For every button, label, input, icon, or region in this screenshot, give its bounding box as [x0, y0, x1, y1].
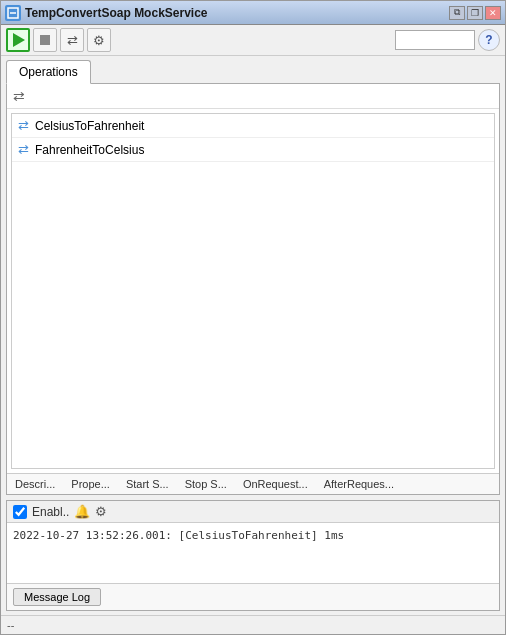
- log-enable-label: Enabl..: [32, 505, 69, 519]
- help-icon: ?: [485, 33, 492, 47]
- fahrenheit-op-icon: ⇄: [18, 142, 29, 157]
- settings-button[interactable]: ⚙: [87, 28, 111, 52]
- refresh-icon: ⇄: [67, 33, 78, 48]
- log-content: 2022-10-27 13:52:26.001: [CelsiusToFahre…: [7, 523, 499, 583]
- close-button[interactable]: ✕: [485, 6, 501, 20]
- tab-onrequest[interactable]: OnRequest...: [239, 476, 312, 492]
- play-button[interactable]: [6, 28, 30, 52]
- status-bar: --: [1, 615, 505, 634]
- celsius-op-label: CelsiusToFahrenheit: [35, 119, 144, 133]
- log-actions: Message Log: [7, 583, 499, 610]
- celsius-op-icon: ⇄: [18, 118, 29, 133]
- operations-list: ⇄ CelsiusToFahrenheit ⇄ FahrenheitToCels…: [11, 113, 495, 469]
- tab-operations[interactable]: Operations: [6, 60, 91, 84]
- search-input[interactable]: [395, 30, 475, 50]
- message-log-button[interactable]: Message Log: [13, 588, 101, 606]
- operations-header: ⇄: [7, 84, 499, 109]
- minimize-button[interactable]: ⧉: [449, 6, 465, 20]
- log-settings-icon[interactable]: ⚙: [95, 504, 107, 519]
- log-header: Enabl.. 🔔 ⚙: [7, 501, 499, 523]
- status-text: --: [7, 619, 14, 631]
- play-icon: [13, 33, 25, 47]
- bottom-tabs: Descri... Prope... Start S... Stop S... …: [7, 473, 499, 494]
- operations-refresh-icon[interactable]: ⇄: [13, 88, 25, 104]
- log-alert-icon[interactable]: 🔔: [74, 504, 90, 519]
- gear-icon: ⚙: [93, 33, 105, 48]
- stop-icon: [40, 35, 50, 45]
- tab-stop-s[interactable]: Stop S...: [181, 476, 231, 492]
- window-controls: ⧉ ❐ ✕: [449, 6, 501, 20]
- tab-afterrequest[interactable]: AfterReques...: [320, 476, 398, 492]
- main-content-area: ⇄ ⇄ CelsiusToFahrenheit ⇄ FahrenheitToCe…: [6, 83, 500, 495]
- refresh-button[interactable]: ⇄: [60, 28, 84, 52]
- list-item[interactable]: ⇄ FahrenheitToCelsius: [12, 138, 494, 162]
- tab-bar: Operations: [1, 56, 505, 83]
- log-section: Enabl.. 🔔 ⚙ 2022-10-27 13:52:26.001: [Ce…: [6, 500, 500, 611]
- fahrenheit-op-label: FahrenheitToCelsius: [35, 143, 144, 157]
- app-icon: [5, 5, 21, 21]
- log-enable-checkbox[interactable]: [13, 505, 27, 519]
- stop-button[interactable]: [33, 28, 57, 52]
- tab-start-s[interactable]: Start S...: [122, 476, 173, 492]
- toolbar: ⇄ ⚙ ?: [1, 25, 505, 56]
- main-window: TempConvertSoap MockService ⧉ ❐ ✕ ⇄ ⚙ ? …: [0, 0, 506, 635]
- tab-prope[interactable]: Prope...: [67, 476, 114, 492]
- log-entry: 2022-10-27 13:52:26.001: [CelsiusToFahre…: [13, 529, 344, 542]
- tab-descri[interactable]: Descri...: [11, 476, 59, 492]
- restore-button[interactable]: ❐: [467, 6, 483, 20]
- help-button[interactable]: ?: [478, 29, 500, 51]
- window-title: TempConvertSoap MockService: [25, 6, 445, 20]
- list-item[interactable]: ⇄ CelsiusToFahrenheit: [12, 114, 494, 138]
- title-bar: TempConvertSoap MockService ⧉ ❐ ✕: [1, 1, 505, 25]
